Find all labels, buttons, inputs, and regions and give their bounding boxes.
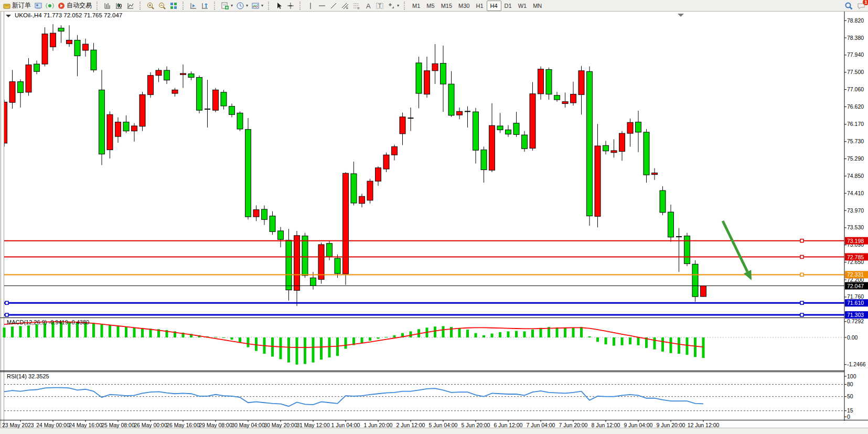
shapes-icon <box>387 2 395 10</box>
price-tag-label: 72.331 <box>847 271 864 278</box>
chart-window-icon-button[interactable] <box>33 1 44 11</box>
tile-windows-button[interactable] <box>168 1 179 11</box>
tf-h1[interactable]: H1 <box>473 1 486 10</box>
chart-shift-marker[interactable] <box>678 14 684 17</box>
chart-window[interactable]: 78.82078.38077.94077.50077.06076.62076.1… <box>0 12 868 434</box>
candle <box>197 76 202 113</box>
macd-histogram-bar <box>564 328 566 337</box>
text-label-tool[interactable]: T <box>374 1 385 11</box>
candle <box>83 39 89 57</box>
macd-histogram-bar <box>36 324 38 337</box>
periods-button[interactable]: ▾ <box>234 1 250 11</box>
macd-histogram-bar <box>247 337 250 347</box>
tf-m1[interactable]: M1 <box>409 1 423 10</box>
macd-histogram-bar <box>637 337 640 345</box>
candle <box>74 35 80 76</box>
candle <box>481 146 487 183</box>
dropdown-caret-icon[interactable]: ▾ <box>246 3 248 8</box>
tf-h4[interactable]: H4 <box>487 1 501 11</box>
price-axis-label: 77.940 <box>847 51 864 58</box>
line-handle[interactable] <box>800 273 803 276</box>
dropdown-caret-icon[interactable]: ▾ <box>397 3 399 8</box>
candle <box>164 67 170 84</box>
tf-d1[interactable]: D1 <box>501 1 515 10</box>
line-handle[interactable] <box>800 313 803 316</box>
candle <box>578 66 584 115</box>
dropdown-caret-icon[interactable]: ▾ <box>261 3 263 8</box>
fibonacci-tool[interactable]: F <box>351 1 362 11</box>
macd-label: MACD(12,26,9) -0.9419 -0.4380 <box>7 319 89 325</box>
dropdown-caret-icon[interactable]: ▾ <box>231 3 233 8</box>
candle <box>286 229 292 301</box>
trend-arrow[interactable] <box>723 221 747 272</box>
candle <box>538 67 544 100</box>
candle <box>473 108 479 164</box>
candle-chart-mode-button[interactable] <box>113 1 125 11</box>
macd-histogram-bar <box>466 330 469 337</box>
macd-histogram-bar <box>580 327 583 337</box>
macd-histogram-bar <box>458 329 461 337</box>
candle <box>644 129 649 183</box>
macd-histogram-bar <box>678 337 680 354</box>
time-axis-label: 25 May 08:00 <box>101 422 135 428</box>
horizontal-line-tool[interactable] <box>316 1 328 11</box>
chart-shift-button[interactable] <box>199 1 211 11</box>
crosshair-tool-button[interactable] <box>285 1 296 11</box>
arrange-h-icon <box>189 2 198 10</box>
chart-line-icon <box>126 2 135 10</box>
time-axis-label: 1 Jun 04:00 <box>331 422 360 428</box>
tf-mn[interactable]: MN <box>530 1 545 10</box>
tf-m5[interactable]: M5 <box>423 1 437 10</box>
line-handle[interactable] <box>5 301 8 304</box>
arrows-tool[interactable]: ▾ <box>385 1 401 11</box>
macd-histogram-bar <box>296 337 298 365</box>
line-handle[interactable] <box>800 301 803 304</box>
rsi-axis-label: 50 <box>847 393 853 399</box>
cursor-tool-button[interactable] <box>273 1 285 11</box>
candle <box>229 103 235 117</box>
price-tag-label: 72.785 <box>847 254 864 260</box>
text-tool[interactable]: A <box>362 1 374 11</box>
candle <box>99 70 105 165</box>
toolbar-separator <box>183 2 186 10</box>
time-axis-label: 30 May 20:00 <box>264 422 297 428</box>
tf-m15[interactable]: M15 <box>438 1 455 10</box>
notification-badge: 1 <box>863 0 868 5</box>
notifications-button[interactable]: 1 <box>856 1 866 10</box>
candle <box>26 58 31 96</box>
candle <box>432 44 438 84</box>
candle <box>489 103 495 172</box>
line-handle[interactable] <box>800 256 803 259</box>
market-watch-icon-button[interactable] <box>44 1 56 11</box>
vertical-line-tool[interactable] <box>305 1 316 11</box>
bar-chart-mode-button[interactable] <box>102 1 113 11</box>
templates-button[interactable]: ▾ <box>250 1 265 11</box>
new-order-button[interactable]: 新订单 <box>1 1 33 11</box>
tf-w1[interactable]: W1 <box>515 1 530 10</box>
line-handle[interactable] <box>5 313 8 316</box>
zoom-out-button[interactable] <box>156 1 168 11</box>
macd-histogram-bar <box>101 324 103 337</box>
macd-histogram-bar <box>393 335 396 337</box>
chart-dropdown-arrow-icon[interactable] <box>6 15 11 17</box>
channel-tool[interactable]: E <box>339 1 351 11</box>
tf-m30[interactable]: M30 <box>455 1 473 10</box>
time-axis-label: 12 Jun 12:00 <box>688 422 720 428</box>
line-chart-mode-button[interactable] <box>125 1 136 11</box>
zoom-in-button[interactable] <box>145 1 156 11</box>
auto-scroll-button[interactable] <box>188 1 199 11</box>
new-chart-button[interactable]: ▾ <box>219 1 234 11</box>
auto-trading-button[interactable]: 自动交易 <box>56 1 93 11</box>
search-button[interactable] <box>844 1 853 10</box>
rsi-axis-label: 15 <box>847 407 853 414</box>
candle <box>684 233 690 266</box>
price-axis-label: 74.850 <box>847 173 864 179</box>
trendline-tool[interactable] <box>328 1 339 11</box>
macd-histogram-bar <box>442 326 445 337</box>
time-axis-label: 5 Jun 04:00 <box>429 422 458 428</box>
macd-histogram-bar <box>231 337 233 340</box>
macd-histogram-bar <box>345 337 347 349</box>
svg-text:T: T <box>378 3 381 9</box>
line-handle[interactable] <box>800 239 803 242</box>
candle <box>2 100 7 147</box>
